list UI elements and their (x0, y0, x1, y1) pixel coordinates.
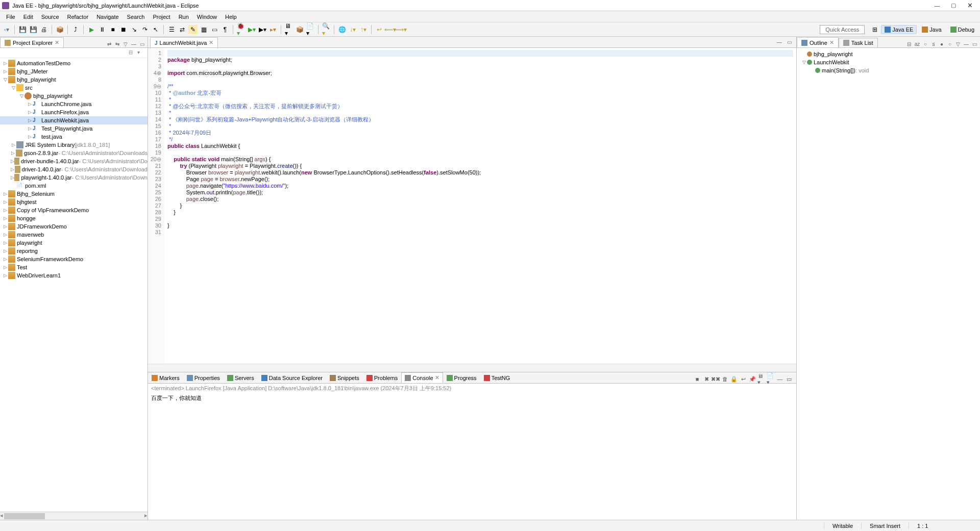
tasklist-tab[interactable]: Task List (839, 38, 878, 47)
outline-item[interactable]: bjhg_playwright (799, 50, 978, 58)
toggle-block-button[interactable]: ▦ (199, 25, 208, 34)
tab-snippets[interactable]: Snippets (326, 373, 363, 383)
expander-icon[interactable]: ▷ (2, 265, 8, 270)
tab-progress[interactable]: Progress (443, 373, 480, 383)
use-step-filters-button[interactable]: ⇄ (178, 25, 187, 34)
expander-icon[interactable]: ▷ (2, 273, 8, 278)
tree-item[interactable]: ▷LaunchChrome.java (0, 100, 148, 108)
menu-project[interactable]: Project (149, 14, 174, 20)
code-editor[interactable]: 1234⊕89⊖1011121314151617181920⊖212223242… (148, 48, 796, 364)
link-editor-icon[interactable]: ⇆ (114, 40, 121, 47)
tab-problems[interactable]: Problems (363, 373, 401, 383)
expander-icon[interactable]: ▽ (2, 77, 8, 82)
expander-icon[interactable]: ▷ (27, 126, 33, 131)
outline-tab[interactable]: Outline ✕ (797, 37, 839, 47)
coverage-button[interactable]: ▶▾ (258, 25, 267, 34)
toggle-mark-button[interactable]: ✎ (188, 25, 198, 34)
maximize-view-icon[interactable]: ▭ (138, 40, 145, 47)
outline-sort-icon[interactable]: az (914, 40, 921, 47)
tree-item[interactable]: pom.xml (0, 182, 148, 190)
tree-item[interactable]: ▽bjhg_playwright (0, 92, 148, 100)
toggle-ws-button[interactable]: ¶ (220, 25, 230, 34)
forward-button[interactable]: ⟹▾ (396, 25, 405, 34)
filter-icon[interactable]: ▾ (137, 49, 144, 57)
close-editor-icon[interactable]: ✕ (209, 39, 213, 46)
tab-console[interactable]: Console ✕ (401, 372, 443, 383)
menu-run[interactable]: Run (175, 14, 193, 20)
expander-icon[interactable]: ▷ (27, 110, 33, 115)
console-display-icon[interactable]: 🖥▾ (757, 375, 766, 383)
expander-icon[interactable]: ▷ (10, 150, 16, 156)
next-annotation-button[interactable]: ↓▾ (348, 25, 357, 34)
terminate-button[interactable]: ■ (108, 25, 117, 34)
new-button[interactable]: ▫▾ (2, 25, 11, 34)
editor-minimize-icon[interactable]: — (777, 39, 785, 47)
tab-servers[interactable]: Servers (224, 373, 258, 383)
new-type-button[interactable]: 📄▾ (306, 25, 315, 34)
new-jpa-button[interactable]: 📦 (295, 25, 304, 34)
expander-icon[interactable]: ▷ (2, 248, 8, 254)
step-return-button[interactable]: ↖ (151, 25, 160, 34)
tab-markers[interactable]: Markers (148, 373, 183, 383)
console-open-icon[interactable]: 📄▾ (767, 375, 775, 383)
tree-item[interactable]: ▷JDFrameworkDemo (0, 222, 148, 231)
perspective-javaee[interactable]: Java EE (881, 25, 917, 34)
perspective-java[interactable]: Java (918, 25, 945, 34)
tree-item[interactable]: ▷test.java (0, 133, 148, 141)
menu-source[interactable]: Source (37, 14, 63, 20)
editor-tab-launchwebkit[interactable]: LaunchWebkit.java ✕ (150, 37, 218, 47)
outline-min-icon[interactable]: — (963, 40, 970, 47)
expander-icon[interactable]: ▷ (27, 118, 33, 123)
skip-breakpoints-button[interactable]: ⤴ (71, 25, 80, 34)
perspective-debug[interactable]: Debug (947, 25, 978, 34)
expander-icon[interactable]: ▽ (18, 93, 24, 98)
minimize-view-icon[interactable]: — (130, 40, 137, 47)
tree-item[interactable]: ▷hongge (0, 214, 148, 222)
tree-item[interactable]: ▷mavenweb (0, 231, 148, 239)
menu-help[interactable]: Help (221, 14, 241, 20)
editor-scrollbar-h[interactable] (148, 364, 796, 372)
tree-item[interactable]: ▷LaunchFirefox.java (0, 108, 148, 116)
step-over-button[interactable]: ↷ (140, 25, 150, 34)
outline-item[interactable]: ▽LaunchWebkit (799, 58, 978, 66)
collapse-all-icon[interactable]: ⇄ (106, 40, 113, 47)
run-last-button[interactable]: ▸▾ (268, 25, 278, 34)
project-explorer-tab[interactable]: Project Explorer ✕ (0, 37, 64, 47)
menu-refactor[interactable]: Refactor (63, 14, 93, 20)
console-scroll-lock-icon[interactable]: 🔒 (730, 375, 738, 383)
print-button[interactable]: 🖨 (39, 25, 48, 34)
tree-item[interactable]: ▷WebDriverLearn1 (0, 271, 148, 280)
expander-icon[interactable]: ▷ (27, 102, 33, 107)
step-into-button[interactable]: ↘ (130, 25, 139, 34)
outline-hide-local-icon[interactable]: ○ (946, 40, 953, 47)
menu-edit[interactable]: Edit (19, 14, 37, 20)
save-all-button[interactable]: 💾 (29, 25, 38, 34)
tree-item[interactable]: ▷playwright-1.40.0.jar - C:\Users\Admini… (0, 173, 148, 182)
outline-hide-static-icon[interactable]: s (930, 40, 937, 47)
console-wrap-icon[interactable]: ↩ (739, 375, 747, 383)
drop-frame-button[interactable]: ☰ (167, 25, 176, 34)
last-edit-button[interactable]: ↩ (375, 25, 384, 34)
console-max-icon[interactable]: ▭ (785, 375, 793, 383)
expander-icon[interactable]: ▷ (2, 69, 8, 74)
expander-icon[interactable]: ▽ (10, 85, 16, 90)
outline-hide-nonpublic-icon[interactable]: ● (938, 40, 945, 47)
outline-hide-fields-icon[interactable]: ○ (922, 40, 929, 47)
project-tree[interactable]: ▷AutomationTestDemo▷bjhg_JMeter▽bjhg_pla… (0, 58, 148, 281)
quick-access[interactable]: Quick Access (820, 25, 865, 34)
view-menu-icon[interactable]: ▽ (122, 40, 129, 47)
search-button[interactable]: 🔍▾ (322, 25, 331, 34)
expander-icon[interactable]: ▷ (2, 224, 8, 229)
console-terminate-icon[interactable]: ■ (693, 375, 701, 383)
open-perspective-button[interactable]: ⊞ (870, 25, 879, 34)
expander-icon[interactable]: ▷ (10, 142, 16, 147)
tree-item[interactable]: ▷SeleniumFrameworkDemo (0, 255, 148, 263)
tab-testng[interactable]: TestNG (480, 373, 514, 383)
suspend-button[interactable]: ⏸ (97, 25, 107, 34)
run-button[interactable]: ▶▾ (247, 25, 256, 34)
tree-item[interactable]: ▽bjhg_playwright (0, 75, 148, 84)
expander-icon[interactable]: ▷ (2, 191, 8, 196)
console-pin-icon[interactable]: 📌 (748, 375, 756, 383)
back-button[interactable]: ⟸▾ (385, 25, 395, 34)
outline-focus-icon[interactable]: ⊟ (905, 40, 913, 47)
